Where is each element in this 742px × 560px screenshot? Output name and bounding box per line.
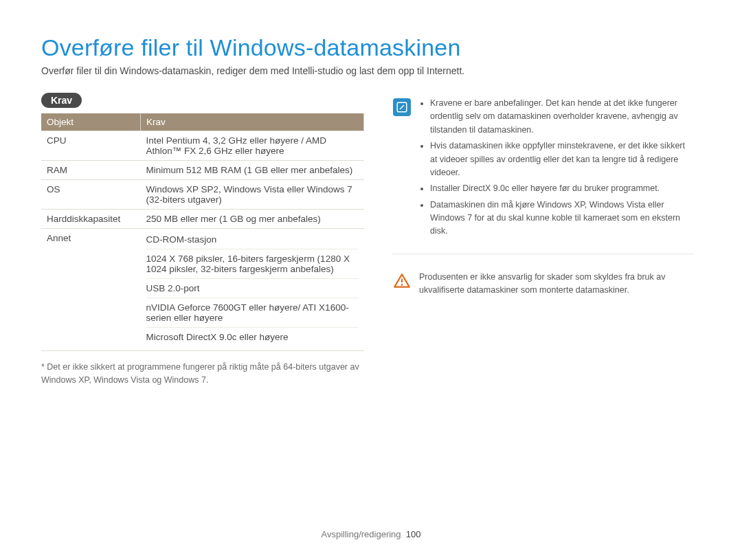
cell-ram-label: RAM [41,161,141,180]
cell-cpu-label: CPU [41,131,141,161]
table-row: OS Windows XP SP2, Windows Vista eller W… [41,180,364,210]
cell-other-val: CD-ROM-stasjon 1024 X 768 piksler, 16-bi… [141,229,364,351]
other-item: 1024 X 768 piksler, 16-biters fargeskjer… [146,249,359,276]
th-krav: Krav [141,113,364,131]
th-objekt: Objekt [41,113,141,131]
cell-os-label: OS [41,180,141,210]
info-note-item: Installer DirectX 9.0c eller høyere før … [430,182,693,195]
svg-point-2 [401,284,403,286]
footnote-text: * Det er ikke sikkert at programmene fun… [41,361,364,387]
cell-hdd-label: Harddiskkapasitet [41,210,141,229]
footer-section: Avspilling/redigering [321,529,401,539]
cell-ram-val: Minimum 512 MB RAM (1 GB eller mer anbef… [141,161,364,180]
page-title: Overføre filer til Windows-datamaskinen [41,34,701,61]
cell-cpu-val: Intel Pentium 4, 3,2 GHz eller høyere / … [141,131,364,161]
info-note-item: Hvis datamaskinen ikke oppfyller minstek… [430,139,693,179]
other-item: USB 2.0-port [146,278,359,295]
cell-os-val: Windows XP SP2, Windows Vista eller Wind… [141,180,364,210]
other-item: nVIDIA Geforce 7600GT eller høyere/ ATI … [146,298,359,324]
intro-text: Overfør filer til din Windows-datamaskin… [41,65,701,76]
table-row: RAM Minimum 512 MB RAM (1 GB eller mer a… [41,161,364,180]
warning-text: Produsenten er ikke ansvarlig for skader… [419,271,693,298]
requirements-table: Objekt Krav CPU Intel Pentium 4, 3,2 GHz… [41,113,364,351]
section-pill-krav: Krav [41,93,82,108]
info-callout: Kravene er bare anbefalinger. Det kan he… [392,93,694,254]
footer-page-number: 100 [406,529,421,539]
page-footer: Avspilling/redigering 100 [0,529,742,539]
info-icon [393,98,411,116]
cell-hdd-val: 250 MB eller mer (1 GB og mer anbefales) [141,210,364,229]
warning-icon [393,272,411,290]
cell-other-label: Annet [41,229,141,351]
table-row: Harddiskkapasitet 250 MB eller mer (1 GB… [41,210,364,229]
info-note-item: Kravene er bare anbefalinger. Det kan he… [430,97,693,137]
table-row: CPU Intel Pentium 4, 3,2 GHz eller høyer… [41,131,364,161]
other-item: CD-ROM-stasjon [146,233,359,246]
warning-callout: Produsenten er ikke ansvarlig for skader… [392,267,694,310]
info-note-item: Datamaskinen din må kjøre Windows XP, Wi… [430,199,693,238]
table-row: Annet CD-ROM-stasjon 1024 X 768 piksler,… [41,229,364,351]
other-item: Microsoft DirectX 9.0c eller høyere [146,327,359,344]
